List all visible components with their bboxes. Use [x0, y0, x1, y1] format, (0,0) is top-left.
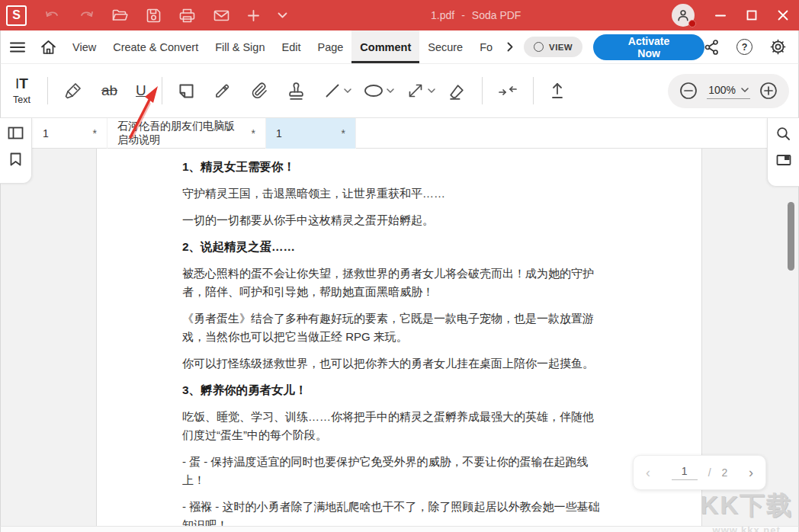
text-tool-label: Text — [13, 95, 30, 105]
document-tab-3-active[interactable]: 1 * — [266, 118, 356, 149]
redo-icon[interactable] — [79, 9, 94, 21]
collapse-arrows-tool-icon[interactable] — [489, 64, 527, 117]
doc-heading: 1、精灵女王需要你！ — [182, 158, 602, 176]
pencil-tool-icon[interactable] — [204, 64, 241, 117]
menu-forms-truncated[interactable]: Fo — [471, 30, 501, 63]
toolbar-divider — [47, 77, 48, 104]
menu-page[interactable]: Page — [309, 30, 351, 63]
save-icon[interactable] — [146, 8, 161, 23]
zoom-controls: 100% — [668, 74, 789, 108]
window-title-file: 1.pdf — [431, 9, 454, 21]
window-title-separator: - — [461, 9, 465, 21]
help-icon[interactable]: ? — [736, 39, 752, 55]
close-button[interactable] — [778, 10, 788, 21]
text-tool-glyph: IT — [15, 76, 28, 91]
export-tool-icon[interactable] — [540, 64, 575, 117]
menu-overflow-chevron-icon[interactable] — [501, 30, 519, 63]
stamp-tool-icon[interactable] — [278, 64, 315, 117]
tab-modified-mark: * — [342, 127, 345, 139]
window-bottom-edge — [0, 526, 799, 532]
open-file-icon[interactable] — [112, 9, 128, 22]
measure-arrow-tool-icon[interactable] — [397, 64, 426, 117]
eraser-tool-icon[interactable] — [438, 64, 476, 117]
doc-paragraph: 被悉心照料的蛋不会让你失望，拯救世界的勇者女儿将会破壳而出！成为她的守护者，陪伴… — [182, 264, 602, 301]
ellipse-tool-chevron-icon[interactable] — [387, 88, 397, 93]
highlight-tool-icon[interactable] — [54, 64, 92, 117]
menu-view[interactable]: View — [64, 30, 104, 63]
comment-toolbar: IT Text ab U — [0, 64, 799, 118]
hamburger-menu-icon[interactable] — [1, 30, 33, 63]
print-icon[interactable] — [179, 8, 195, 23]
minimize-button[interactable] — [715, 14, 726, 17]
doc-paragraph: - 蛋 - 保持温度适宜的同时也要保护它免受外界的威胁，不要让你的蛋输在起跑线上… — [182, 453, 602, 489]
document-tab-bar: 1 * 石河伦吾的朋友们电脑版启动说明 * 1 * — [0, 118, 799, 149]
maximize-button[interactable] — [746, 10, 757, 21]
underline-tool[interactable]: U — [127, 64, 156, 117]
doc-paragraph: 守护精灵王国，击退黑暗领主，让世界重获和平…… — [182, 184, 602, 203]
line-tool-icon[interactable] — [315, 64, 342, 117]
doc-paragraph: 吃饭、睡觉、学习、训练……你将把手中的精灵之蛋孵养成最强大的英雄，伴随他们度过“… — [182, 408, 602, 444]
home-icon[interactable] — [33, 30, 64, 63]
page-navigator: ‹ 1 / 2 › — [633, 455, 766, 490]
title-bar: S — [0, 0, 799, 30]
toolbar-divider — [482, 77, 483, 104]
menu-secure[interactable]: Secure — [419, 30, 471, 63]
toolbar-divider — [533, 77, 534, 104]
soda-pdf-logo: S — [6, 5, 27, 26]
page-view-icon[interactable] — [776, 154, 791, 166]
new-tab-icon[interactable] — [248, 10, 259, 21]
menu-edit[interactable]: Edit — [273, 30, 309, 63]
zoom-in-icon[interactable] — [759, 82, 778, 100]
tab-label: 1 — [43, 127, 49, 139]
activate-now-button[interactable]: Activate Now — [593, 34, 704, 60]
doc-paragraph: 你可以打怪练级拯救世界，也可以把你养大的勇者女儿挂在桌面上陪你一起摸鱼。 — [182, 354, 602, 373]
zoom-level-value: 100% — [708, 84, 736, 96]
doc-heading: 2、说起精灵之蛋…… — [182, 238, 602, 256]
menu-bar: View Create & Convert Fill & Sign Edit P… — [0, 30, 799, 64]
current-page-field[interactable]: 1 — [672, 465, 698, 480]
pdf-page[interactable]: 1、精灵女王需要你！ 守护精灵王国，击退黑暗领主，让世界重获和平…… 一切的一切… — [96, 149, 702, 526]
doc-paragraph: 一切的一切都要从你手中这枚精灵之蛋开始孵起。 — [182, 211, 602, 229]
vertical-scrollbar-thumb[interactable] — [788, 202, 794, 271]
window-title: 1.pdf - Soda PDF — [431, 0, 521, 30]
search-icon[interactable] — [776, 127, 791, 141]
attachment-tool-icon[interactable] — [241, 64, 278, 117]
tab-modified-mark: * — [252, 127, 255, 139]
line-tool-chevron-icon[interactable] — [344, 88, 355, 93]
doc-heading: 3、孵养你的勇者女儿！ — [182, 381, 602, 399]
menu-create-convert[interactable]: Create & Convert — [104, 30, 207, 63]
notification-badge — [688, 20, 696, 27]
share-icon[interactable] — [704, 40, 719, 55]
settings-gear-icon[interactable] — [770, 39, 786, 55]
menu-comment[interactable]: Comment — [351, 30, 419, 63]
undo-icon[interactable] — [45, 9, 60, 21]
previous-page-icon[interactable]: ‹ — [646, 465, 650, 481]
document-tab-1[interactable]: 1 * — [33, 118, 107, 149]
right-side-panel — [767, 118, 799, 187]
toolbar-divider — [162, 77, 162, 104]
thumbnails-panel-icon[interactable] — [8, 127, 24, 139]
email-icon[interactable] — [213, 10, 229, 21]
logo-letter: S — [12, 8, 21, 22]
menu-fill-sign[interactable]: Fill & Sign — [207, 30, 273, 63]
text-comment-tool[interactable]: IT Text — [1, 76, 41, 105]
next-page-icon[interactable]: › — [749, 465, 753, 481]
user-avatar[interactable] — [672, 4, 695, 27]
tab-label: 1 — [276, 127, 282, 139]
titlebar-more-chevron-icon[interactable] — [278, 12, 287, 18]
measure-tool-chevron-icon[interactable] — [428, 88, 438, 93]
window-title-app: Soda PDF — [472, 9, 521, 21]
view-toggle-radio-icon — [534, 42, 544, 52]
view-mode-toggle[interactable]: VIEW — [524, 37, 582, 57]
ellipse-tool-icon[interactable] — [355, 64, 385, 117]
bookmarks-panel-icon[interactable] — [9, 152, 22, 166]
document-tab-2[interactable]: 石河伦吾的朋友们电脑版启动说明 * — [107, 118, 266, 149]
left-side-panel — [0, 118, 32, 184]
zoom-level-field[interactable]: 100% — [707, 82, 750, 99]
zoom-dropdown-chevron-icon — [741, 88, 749, 92]
strikethrough-tool[interactable]: ab — [92, 64, 127, 117]
zoom-out-icon[interactable] — [679, 82, 698, 100]
doc-paragraph: - 襁褓 - 这时的小勇者除了满地乱爬啥也干不了，除了照顾起居以外教会她一些基础… — [182, 498, 602, 526]
tab-label: 石河伦吾的朋友们电脑版启动说明 — [117, 120, 244, 147]
note-tool-icon[interactable] — [168, 64, 204, 117]
